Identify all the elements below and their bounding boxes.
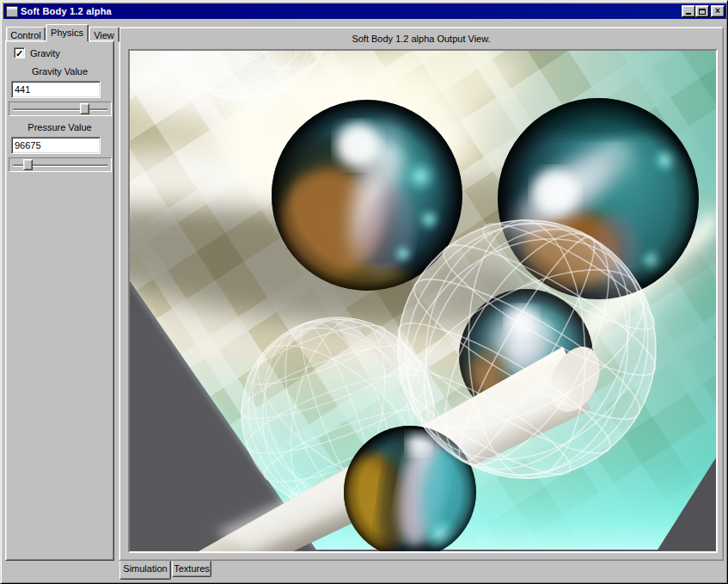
gravity-slider-thumb[interactable] [80, 103, 89, 114]
output-header: Soft Body 1.2 alpha Output View. [119, 34, 723, 44]
window-title: Soft Body 1.2 alpha [21, 6, 682, 16]
gravity-value-label: Gravity Value [6, 66, 113, 77]
output-panel: Soft Body 1.2 alpha Output View. [119, 27, 724, 561]
gravity-slider-track[interactable] [13, 108, 107, 110]
gravity-checkbox[interactable]: ✓ [14, 47, 25, 58]
titlebar[interactable]: Soft Body 1.2 alpha × [3, 3, 726, 19]
minimize-button[interactable] [682, 5, 695, 17]
softbody-3d-scene [130, 51, 716, 551]
physics-page: ✓ Gravity Gravity Value Pressure Value [5, 40, 114, 561]
tab-physics[interactable]: Physics [46, 24, 89, 42]
pressure-slider[interactable] [9, 157, 112, 172]
tab-simulation[interactable]: Simulation [119, 561, 171, 580]
app-window: Soft Body 1.2 alpha × Control Physics Vi… [0, 0, 728, 584]
maximize-icon [699, 9, 706, 15]
minimize-icon [686, 13, 691, 15]
render-viewport[interactable] [128, 49, 718, 553]
pressure-value-input[interactable] [11, 137, 101, 154]
gravity-value-input[interactable] [11, 81, 101, 98]
tab-textures[interactable]: Textures [172, 561, 211, 577]
close-button[interactable]: × [711, 5, 725, 17]
maximize-button[interactable] [695, 5, 709, 17]
gravity-slider[interactable] [9, 101, 112, 116]
gravity-checkbox-label: Gravity [30, 48, 60, 58]
gravity-checkbox-row[interactable]: ✓ Gravity [14, 47, 60, 58]
pressure-slider-thumb[interactable] [23, 159, 33, 170]
app-icon[interactable] [6, 6, 18, 17]
pressure-value-label: Pressure Value [6, 122, 113, 132]
